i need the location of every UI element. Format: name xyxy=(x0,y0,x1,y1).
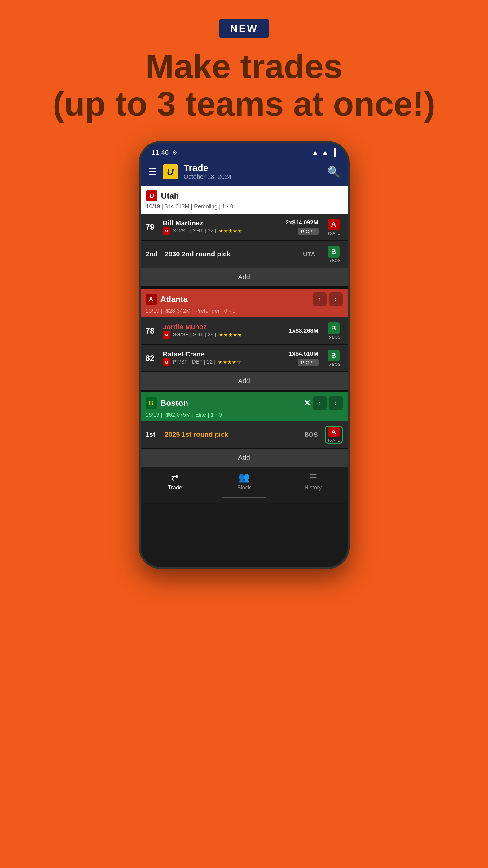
home-bar xyxy=(223,497,266,498)
utah-info: 10/19 | $14.013M | Retooling | 1 - 0 xyxy=(141,204,348,214)
gear-icon: ⚙ xyxy=(172,149,177,156)
block-icon: 👥 xyxy=(238,472,250,483)
dest-label: To BOS xyxy=(327,335,340,339)
home-indicator xyxy=(141,494,348,503)
player-salary: 1x$4.510M xyxy=(289,350,318,357)
history-icon: ☰ xyxy=(309,472,317,483)
boston-section: B Boston ✕ ‹ › 16/19 | -$62.075M | Elite… xyxy=(141,393,348,421)
dest-logo: A xyxy=(328,219,339,230)
table-row[interactable]: 78 Jordie Munoz M SG/SF | SHT | 28 | ★★★… xyxy=(141,317,348,344)
player-details: M PF/SF | DEF | 22 | ★★★★☆ xyxy=(163,359,285,366)
prev-arrow[interactable]: ‹ xyxy=(313,396,327,410)
next-arrow[interactable]: › xyxy=(329,292,343,306)
dest-label: To ATL xyxy=(327,438,340,443)
atlanta-logo: A xyxy=(145,293,157,305)
nav-item-block[interactable]: 👥 Block xyxy=(209,472,279,491)
nav-item-history[interactable]: ☰ History xyxy=(279,472,348,491)
player-salary: 2x$14.092M xyxy=(286,219,319,226)
player-option: P-OPT xyxy=(298,228,319,235)
team-logo-sm: M xyxy=(163,227,170,235)
phone-wrapper: 11:46 ⚙ ▲ ▲ ▐ ☰ U Trade October 18, 2024 xyxy=(0,141,488,868)
player-info: Bill Martinez M SG/SF | SHT | 32 | ★★★★★ xyxy=(163,219,282,235)
trade-icon: ⇄ xyxy=(171,472,179,483)
nav-label-block: Block xyxy=(237,485,251,491)
player-details: M SG/SF | SHT | 28 | ★★★★★ xyxy=(163,331,285,339)
utah-add-button[interactable]: Add xyxy=(141,268,348,286)
search-icon[interactable]: 🔍 xyxy=(327,165,340,178)
dest-logo: A xyxy=(328,427,339,437)
boston-info: 16/19 | -$62.075M | Elite | 1 - 0 xyxy=(141,412,348,421)
destination-badge[interactable]: A To ATL xyxy=(325,218,343,236)
table-row[interactable]: 79 Bill Martinez M SG/SF | SHT | 32 | ★★… xyxy=(141,214,348,240)
player-option: P-OPT xyxy=(298,359,319,366)
boston-add-button[interactable]: Add xyxy=(141,448,348,467)
time: 11:46 xyxy=(152,149,169,157)
destination-badge[interactable]: A To ATL xyxy=(325,426,343,444)
dest-label: To BOS xyxy=(327,258,340,263)
pick-round: 1st xyxy=(145,431,161,439)
close-icon[interactable]: ✕ xyxy=(303,398,311,408)
team-logo-header: U xyxy=(163,164,178,180)
pick-team: UTA xyxy=(303,251,316,258)
boston-header-left: B Boston xyxy=(145,397,188,409)
pick-name: 2030 2nd round pick xyxy=(165,250,299,258)
phone-content: U Utah 10/19 | $14.013M | Retooling | 1 … xyxy=(141,186,348,503)
team-logo-sm: M xyxy=(163,359,170,366)
utah-team-name: Utah xyxy=(161,191,179,201)
nav-label-trade: Trade xyxy=(168,485,182,491)
hamburger-icon[interactable]: ☰ xyxy=(148,166,157,178)
dest-logo: B xyxy=(328,246,339,258)
status-right: ▲ ▲ ▐ xyxy=(312,149,336,157)
player-info: Jordie Munoz M SG/SF | SHT | 28 | ★★★★★ xyxy=(163,323,285,339)
destination-badge[interactable]: B To BOS xyxy=(325,245,343,263)
table-row[interactable]: 82 Rafael Crane M PF/SF | DEF | 22 | ★★★… xyxy=(141,345,348,371)
boston-header: B Boston ✕ ‹ › xyxy=(141,393,348,412)
player-number: 78 xyxy=(145,326,159,336)
headline-line1: Make trades xyxy=(145,47,343,85)
player-info: Rafael Crane M PF/SF | DEF | 22 | ★★★★☆ xyxy=(163,350,285,366)
player-name: Rafael Crane xyxy=(163,350,285,359)
player-details: M SG/SF | SHT | 32 | ★★★★★ xyxy=(163,227,282,235)
utah-logo: U xyxy=(146,190,157,202)
table-row[interactable]: 2nd 2030 2nd round pick UTA B To BOS xyxy=(141,241,348,268)
pick-round: 2nd xyxy=(145,250,161,258)
dest-label: To ATL xyxy=(327,231,340,236)
dest-logo: B xyxy=(328,322,339,334)
phone: 11:46 ⚙ ▲ ▲ ▐ ☰ U Trade October 18, 2024 xyxy=(139,141,350,569)
pick-name: 2025 1st round pick xyxy=(165,431,301,439)
nav-arrows: ‹ › xyxy=(313,396,343,410)
status-left: 11:46 ⚙ xyxy=(152,149,177,157)
top-section: NEW Make trades (up to 3 teams at once!) xyxy=(0,0,488,141)
destination-badge[interactable]: B To BOS xyxy=(325,349,343,367)
destination-badge[interactable]: B To BOS xyxy=(325,322,343,340)
app-header: ☰ U Trade October 18, 2024 🔍 xyxy=(141,160,348,186)
atlanta-header-left: A Atlanta xyxy=(145,293,188,305)
player-salary: 1x$3.268M xyxy=(289,328,318,334)
team-logo-sm: M xyxy=(163,331,170,339)
atlanta-team-name: Atlanta xyxy=(161,294,188,304)
nav-item-trade[interactable]: ⇄ Trade xyxy=(141,472,210,491)
boston-header-right: ✕ ‹ › xyxy=(303,396,343,410)
atlanta-header: A Atlanta ‹ › xyxy=(141,289,348,308)
player-right: 1x$4.510M P-OPT xyxy=(289,350,318,366)
atlanta-add-button[interactable]: Add xyxy=(141,372,348,390)
status-bar: 11:46 ⚙ ▲ ▲ ▐ xyxy=(141,143,348,160)
headline-line2: (up to 3 teams at once!) xyxy=(53,85,435,123)
prev-arrow[interactable]: ‹ xyxy=(313,292,327,306)
header-subtitle: October 18, 2024 xyxy=(184,173,232,180)
battery-icon: ▐ xyxy=(331,149,336,157)
pick-team: BOS xyxy=(304,431,318,438)
dest-logo: B xyxy=(328,350,339,362)
nav-label-history: History xyxy=(304,485,322,491)
bottom-nav: ⇄ Trade 👥 Block ☰ History xyxy=(141,467,348,494)
header-left: ☰ U Trade October 18, 2024 xyxy=(148,163,232,180)
player-number: 82 xyxy=(145,353,159,363)
player-right: 2x$14.092M P-OPT xyxy=(286,219,319,235)
signal-icon: ▲ xyxy=(322,149,328,157)
utah-section: U Utah 10/19 | $14.013M | Retooling | 1 … xyxy=(141,186,348,214)
next-arrow[interactable]: › xyxy=(329,396,343,410)
table-row[interactable]: 1st 2025 1st round pick BOS A To ATL xyxy=(141,421,348,448)
utah-header: U Utah xyxy=(141,186,348,204)
boston-logo: B xyxy=(145,397,157,409)
headline: Make trades (up to 3 teams at once!) xyxy=(53,48,435,122)
